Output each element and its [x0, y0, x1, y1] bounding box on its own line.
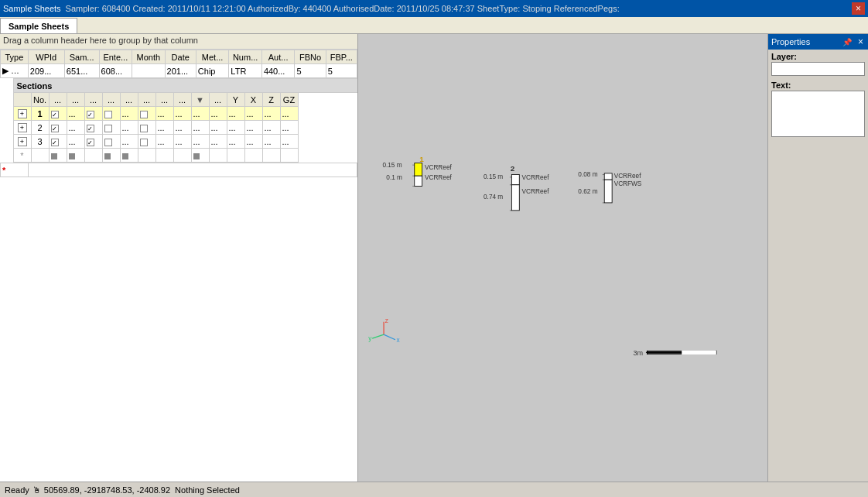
section-3-expand[interactable]: +	[13, 135, 31, 149]
sample-block-2a[interactable]	[511, 175, 519, 185]
sections-no-col[interactable]: No.	[31, 93, 49, 107]
col-wpid[interactable]: WPId	[28, 50, 64, 64]
sample-block-3b[interactable]	[604, 180, 612, 203]
chk-3-3[interactable]	[87, 139, 94, 146]
row-dropdown[interactable]: ▼	[21, 66, 28, 75]
layer-label: Layer:	[771, 52, 865, 61]
section-new-row: *	[13, 149, 357, 163]
sample-id-2: 2	[511, 164, 515, 173]
table-row: ▶ ▼ 209... 651... 608... 201... Chip LTR…	[1, 64, 357, 78]
label-2b: 0.74 m	[484, 194, 503, 201]
row-ente: 608...	[99, 64, 132, 78]
sections-label: Sections	[13, 79, 357, 93]
properties-controls: 📌 ×	[841, 36, 865, 47]
section-1-expand[interactable]: +	[13, 107, 31, 121]
label-1a: 0.15 m	[382, 162, 402, 169]
chk-2-5[interactable]	[140, 125, 148, 132]
sections-container-row: Sections No. ... ... ... ...	[1, 78, 357, 163]
section-1-no: 1	[31, 107, 49, 121]
chk-1-1[interactable]	[51, 111, 59, 118]
sq-5	[193, 153, 200, 159]
chk-1-5[interactable]	[140, 111, 148, 118]
viz-area: 1 0.15 m 0.1 m VCRReef VCRReef 2	[358, 34, 767, 482]
row-date: 201...	[165, 64, 196, 78]
col-type[interactable]: Type	[1, 50, 29, 64]
properties-title: Properties	[771, 37, 810, 46]
title-bar: Sample Sheets Sampler: 608400 Created: 2…	[0, 0, 868, 17]
chk-2-1[interactable]	[51, 125, 59, 132]
text-textarea[interactable]	[771, 91, 865, 137]
sample-block-1a[interactable]	[415, 163, 422, 177]
visualization-svg: 1 0.15 m 0.1 m VCRReef VCRReef 2	[358, 34, 767, 482]
section-row-2: + 2 ... ... ...	[13, 121, 357, 135]
chk-3-4[interactable]	[104, 139, 112, 146]
row-num: LTR	[229, 64, 262, 78]
status-selection: Nothing Selected	[175, 485, 240, 495]
chk-3-1[interactable]	[51, 139, 59, 146]
layer-input[interactable]	[771, 62, 865, 76]
y-axis-label: y	[368, 335, 372, 342]
expand-btn-1[interactable]: +	[18, 109, 27, 118]
reef-1a: VCRReef	[425, 164, 453, 171]
scale-fill-2	[682, 351, 716, 355]
col-num[interactable]: Num...	[229, 50, 262, 64]
chk-1-4[interactable]	[104, 111, 112, 118]
chk-3-5[interactable]	[140, 139, 148, 146]
col-fbp[interactable]: FBP...	[326, 50, 357, 64]
chk-2-3[interactable]	[87, 125, 94, 132]
title-bar-left: Sample Sheets Sampler: 608400 Created: 2…	[3, 4, 620, 13]
text-row: Text:	[768, 78, 868, 141]
title-close-button[interactable]: ×	[852, 2, 865, 15]
sample-id-1: 1	[419, 155, 424, 163]
row-wpid: 209...	[28, 64, 64, 78]
layer-row: Layer:	[768, 50, 868, 78]
row-expand[interactable]: ▶ ▼	[1, 64, 29, 78]
label-1b: 0.1 m	[386, 174, 402, 181]
column-header-row: Type WPId Sam... Ente... Month Date Met.…	[1, 50, 357, 64]
title-info: Sampler: 608400 Created: 2011/10/11 12:2…	[66, 4, 620, 13]
col-fbno[interactable]: FBNo	[295, 50, 326, 64]
expand-arrow[interactable]: ▶	[2, 66, 9, 75]
row-aut: 440...	[261, 64, 295, 78]
scale-bar-group: 3m	[633, 349, 716, 357]
sample-block-2b[interactable]	[511, 185, 519, 211]
main-table: Type WPId Sam... Ente... Month Date Met.…	[0, 50, 357, 177]
col-sam[interactable]: Sam...	[64, 50, 99, 64]
reef-3a: VCRReef	[614, 173, 642, 180]
sections-expand-col	[13, 93, 31, 107]
row-met: Chip	[196, 64, 229, 78]
col-ente[interactable]: Ente...	[99, 50, 132, 64]
col-aut[interactable]: Aut...	[261, 50, 295, 64]
col-date[interactable]: Date	[165, 50, 196, 64]
scale-label: 3m	[633, 349, 643, 357]
grid-container[interactable]: Type WPId Sam... Ente... Month Date Met.…	[0, 50, 357, 497]
sample-block-1b[interactable]	[415, 176, 422, 186]
section-2-expand[interactable]: +	[13, 121, 31, 135]
main-new-row: *	[1, 163, 357, 177]
drag-hint: Drag a column header here to group by th…	[0, 34, 357, 50]
expand-btn-3[interactable]: +	[18, 137, 27, 146]
properties-pin-button[interactable]: 📌	[841, 36, 853, 47]
z-axis-label: z	[385, 317, 388, 324]
row-fbno: 5	[295, 64, 326, 78]
svg-line-2	[384, 334, 395, 340]
sections-col-headers: No. ... ... ... ... ... ... ... ... ▼	[13, 93, 357, 107]
row-month	[132, 64, 166, 78]
sample-block-3a[interactable]	[604, 173, 612, 180]
chk-1-3[interactable]	[87, 111, 94, 118]
axes-group: z y x	[368, 317, 400, 344]
x-axis-label: x	[397, 337, 401, 344]
chk-2-4[interactable]	[104, 125, 112, 132]
scale-fill-1	[648, 351, 682, 355]
status-ready: Ready	[5, 485, 29, 495]
col-month[interactable]: Month	[132, 50, 166, 64]
sq-2	[69, 153, 75, 159]
tabs-bar: Sample Sheets	[0, 17, 868, 34]
col-met[interactable]: Met...	[196, 50, 229, 64]
properties-close-button[interactable]: ×	[856, 36, 865, 47]
label-2a: 0.15 m	[484, 173, 503, 180]
expand-btn-2[interactable]: +	[18, 123, 27, 132]
tab-sample-sheets[interactable]: Sample Sheets	[0, 18, 77, 33]
section-2-no: 2	[31, 121, 49, 135]
row-checkbox[interactable]	[11, 67, 19, 75]
